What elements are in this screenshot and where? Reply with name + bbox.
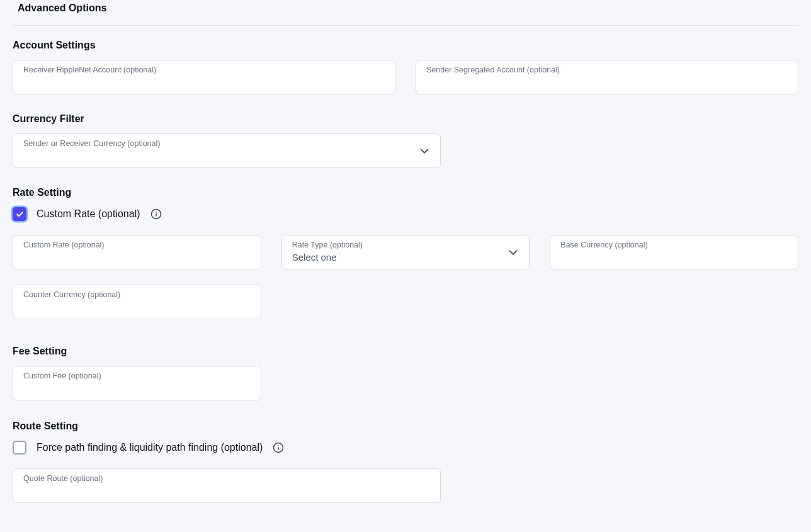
rate-type-select[interactable]: Rate Type (optional) Select one xyxy=(281,235,530,269)
receiver-ripplenet-account-input[interactable]: Receiver RippleNet Account (optional) xyxy=(13,60,395,94)
custom-rate-checkbox[interactable] xyxy=(13,207,26,221)
info-icon[interactable] xyxy=(150,208,162,220)
counter-currency-label: Counter Currency (optional) xyxy=(23,290,252,300)
chevron-down-icon xyxy=(506,246,520,259)
rate-setting-title: Rate Setting xyxy=(13,187,798,198)
fee-setting-title: Fee Setting xyxy=(13,346,798,357)
sender-segregated-account-label: Sender Segregated Account (optional) xyxy=(426,65,789,75)
route-setting-title: Route Setting xyxy=(13,421,798,432)
info-icon[interactable] xyxy=(273,442,284,453)
base-currency-input[interactable]: Base Currency (optional) xyxy=(550,235,798,269)
quote-route-label: Quote Route (optional) xyxy=(23,474,431,484)
rate-type-label: Rate Type (optional) xyxy=(292,241,504,250)
sender-segregated-account-input[interactable]: Sender Segregated Account (optional) xyxy=(416,60,798,94)
sender-receiver-currency-select[interactable]: Sender or Receiver Currency (optional) xyxy=(13,133,441,168)
base-currency-label: Base Currency (optional) xyxy=(560,241,789,250)
account-settings-title: Account Settings xyxy=(13,40,798,51)
custom-rate-label: Custom Rate (optional) xyxy=(23,241,252,250)
custom-fee-input[interactable]: Custom Fee (optional) xyxy=(13,366,261,400)
divider xyxy=(13,25,798,26)
custom-rate-checkbox-label: Custom Rate (optional) xyxy=(37,208,140,220)
force-path-checkbox-label: Force path finding & liquidity path find… xyxy=(37,442,263,453)
check-icon xyxy=(16,210,24,218)
rate-type-value: Select one xyxy=(292,251,504,264)
sender-receiver-currency-label: Sender or Receiver Currency (optional) xyxy=(23,139,415,149)
custom-rate-input[interactable]: Custom Rate (optional) xyxy=(13,235,261,269)
force-path-checkbox[interactable] xyxy=(13,441,26,455)
quote-route-input[interactable]: Quote Route (optional) xyxy=(13,468,441,503)
advanced-options-header: Advanced Options xyxy=(13,0,798,25)
chevron-down-icon xyxy=(417,144,431,158)
custom-fee-label: Custom Fee (optional) xyxy=(23,371,252,381)
receiver-ripplenet-account-label: Receiver RippleNet Account (optional) xyxy=(23,65,386,75)
counter-currency-input[interactable]: Counter Currency (optional) xyxy=(13,285,261,319)
currency-filter-title: Currency Filter xyxy=(13,113,798,125)
